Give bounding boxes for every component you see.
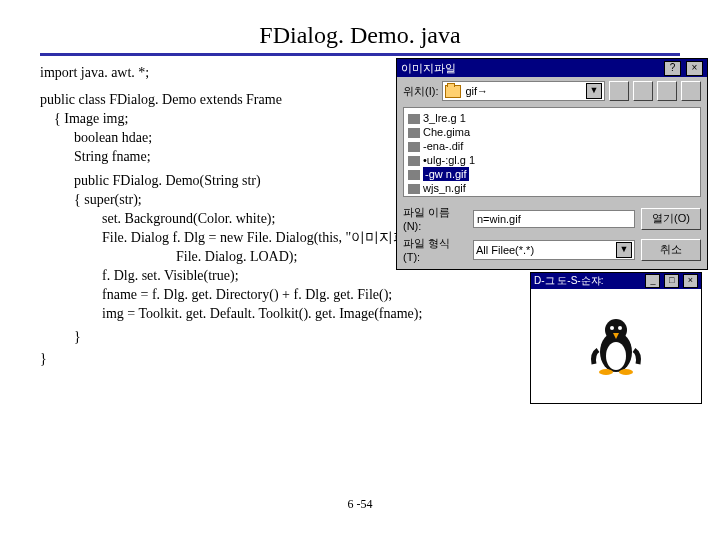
file-icon	[408, 128, 420, 138]
filetype-label: 파일 형식(T):	[403, 236, 467, 263]
filetype-value: All Filee(*.*)	[476, 244, 534, 256]
result-canvas	[531, 289, 701, 403]
file-list[interactable]: 3_lre.g 1 Che.gima -ena-.dif •ulg-:gl.g …	[403, 107, 701, 197]
file-icon	[408, 142, 420, 152]
cancel-button[interactable]: 취소	[641, 239, 701, 261]
minimize-icon[interactable]: _	[645, 274, 660, 288]
file-dialog-titlebar: 이미지파일 ? ×	[397, 59, 707, 77]
file-dialog-title: 이미지파일	[401, 61, 456, 76]
up-one-level-icon[interactable]	[609, 81, 629, 101]
filetype-combo[interactable]: All Filee(*.*) ▼	[473, 240, 635, 260]
open-button[interactable]: 열기(O)	[641, 208, 701, 230]
penguin-image	[586, 314, 646, 378]
result-title: D-그 도-S-순쟈:	[534, 274, 603, 288]
filename-input[interactable]	[473, 210, 635, 228]
close-icon[interactable]: ×	[683, 274, 698, 288]
close-icon[interactable]: ×	[686, 61, 703, 76]
page-number: 6 -54	[0, 497, 720, 512]
window-buttons: ? ×	[662, 61, 703, 76]
file-dialog: 이미지파일 ? × 위치(I): gif→ ▼ 3_lre.g 1 Che.gi…	[396, 58, 708, 270]
svg-point-6	[599, 369, 613, 375]
chevron-down-icon[interactable]: ▼	[616, 242, 632, 258]
title-rule	[40, 53, 680, 56]
folder-icon	[445, 85, 461, 98]
slide-title: FDialog. Demo. java	[0, 0, 720, 53]
list-item[interactable]: -ena-.dif	[408, 139, 696, 153]
maximize-icon[interactable]: □	[664, 274, 679, 288]
help-icon[interactable]: ?	[664, 61, 681, 76]
list-item[interactable]: Che.gima	[408, 125, 696, 139]
details-view-icon[interactable]	[681, 81, 701, 101]
lookin-value: gif→	[465, 85, 488, 97]
svg-point-4	[618, 326, 622, 330]
svg-point-1	[606, 342, 626, 370]
lookin-combo[interactable]: gif→ ▼	[442, 81, 605, 101]
list-view-icon[interactable]	[657, 81, 677, 101]
result-window: D-그 도-S-순쟈: _ □ ×	[530, 272, 702, 404]
list-item[interactable]: 3_lre.g 1	[408, 111, 696, 125]
file-icon	[408, 114, 420, 124]
lookin-row: 위치(I): gif→ ▼	[397, 77, 707, 105]
file-dialog-form: 파일 이름(N): 열기(O) 파일 형식(T): All Filee(*.*)…	[397, 201, 707, 269]
svg-point-7	[619, 369, 633, 375]
new-folder-icon[interactable]	[633, 81, 653, 101]
list-item[interactable]: •ulg-:gl.g 1	[408, 153, 696, 167]
filename-label: 파일 이름(N):	[403, 205, 467, 232]
svg-point-3	[610, 326, 614, 330]
lookin-label: 위치(I):	[403, 84, 438, 99]
file-icon	[408, 170, 420, 180]
result-titlebar: D-그 도-S-순쟈: _ □ ×	[531, 273, 701, 289]
list-item[interactable]: wjs_n.gif	[408, 181, 696, 195]
list-item[interactable]: -gw n.gif	[408, 167, 696, 181]
chevron-down-icon[interactable]: ▼	[586, 83, 602, 99]
file-icon	[408, 184, 420, 194]
window-buttons: _ □ ×	[644, 274, 698, 288]
file-icon	[408, 156, 420, 166]
